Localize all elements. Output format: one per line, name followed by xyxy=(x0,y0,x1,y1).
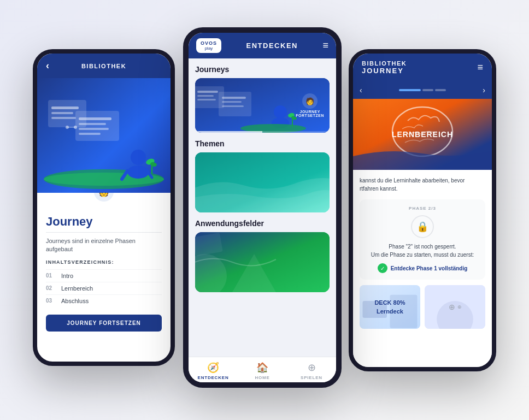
toc-label-1: Intro xyxy=(61,273,73,279)
journey-continue-button[interactable]: JOURNEY FORTSETZEN xyxy=(46,315,162,332)
scene: ‹ BIBLIOTHEK xyxy=(0,0,529,420)
back-button[interactable]: ‹ xyxy=(46,60,49,72)
journeys-section-title: Journeys xyxy=(195,65,330,74)
lern-hero: LERNBEREICH xyxy=(353,99,492,170)
ovos-logo: OVOS play xyxy=(196,38,221,53)
tab-entdecken-icon: 🧭 xyxy=(207,362,219,374)
svg-rect-24 xyxy=(197,95,214,97)
left-phone-header: ‹ BIBLIOTHEK xyxy=(37,54,171,78)
carousel-dots xyxy=(399,89,446,91)
right-header-titles: BIBLIOTHEK JOURNEY xyxy=(362,60,407,75)
toc-item-1: 01 Intro xyxy=(46,269,162,282)
journey-card[interactable]: JOURNEY 🧑 JOURNEYFORTSETZEN xyxy=(195,78,330,133)
right-description: kannst du die Lerninhalte abarbeiten, be… xyxy=(360,176,485,193)
svg-rect-3 xyxy=(51,117,76,119)
journeys-section: Journeys xyxy=(195,65,330,133)
center-phone-header: OVOS play ENTDECKEN ≡ xyxy=(189,33,336,58)
journey-fortsetzen-label: JOURNEYFORTSETZEN xyxy=(296,110,324,117)
journey-progress-bar xyxy=(195,131,330,133)
journey-progress-fill xyxy=(195,131,262,133)
lock-circle: 🔒 xyxy=(411,215,434,238)
toc-label-3: Abschluss xyxy=(61,298,89,304)
left-phone-title: BIBLIOTHEK xyxy=(81,63,126,69)
right-journey-subtitle: JOURNEY xyxy=(362,67,407,75)
demo-card[interactable]: DEMONSTRATION 🧭 ENTDECKEN ⊕ ÜBEN xyxy=(195,152,330,212)
left-hero-illustration xyxy=(37,78,171,193)
left-phone-body: Journey Journeys sind in einzelne Phasen… xyxy=(37,206,171,340)
tab-entdecken[interactable]: 🧭 ENTDECKEN xyxy=(189,357,238,382)
tab-home[interactable]: 🏠 HOME xyxy=(238,357,287,382)
check-icon: ✓ xyxy=(378,263,387,273)
svg-rect-1 xyxy=(51,107,79,109)
phone-left: ‹ BIBLIOTHEK xyxy=(33,49,175,366)
toc-item-2: 02 Lernbereich xyxy=(46,282,162,294)
lerndeck-card-2[interactable]: ⊕ ⊕ xyxy=(425,285,485,329)
svg-rect-27 xyxy=(222,97,246,99)
toc-item-3: 03 Abschluss xyxy=(46,294,162,307)
phase-label: PHASE 2/3 xyxy=(366,206,479,211)
tab-spielen-icon: ⊕ xyxy=(308,362,316,374)
tab-spielen[interactable]: ⊕ SPIELEN xyxy=(287,357,336,382)
svg-rect-2 xyxy=(51,112,73,114)
svg-rect-7 xyxy=(79,128,109,130)
tab-home-icon: 🏠 xyxy=(256,362,268,374)
phase-check-area: ✓ Entdecke Phase 1 vollständig xyxy=(366,263,479,273)
right-phone-body: kannst du die Lerninhalte abarbeiten, be… xyxy=(353,170,492,367)
svg-rect-5 xyxy=(79,117,111,120)
toc-list: 01 Intro 02 Lernbereich 03 Abschluss xyxy=(46,269,162,307)
carousel-prev-arrow[interactable]: ‹ xyxy=(360,86,362,94)
toc-label-2: Lernbereich xyxy=(61,285,93,292)
right-hamburger-icon[interactable]: ≡ xyxy=(477,62,483,73)
center-phone-body[interactable]: Journeys xyxy=(189,58,336,357)
lerndeck-card-1-label: Lerndeck xyxy=(374,308,405,315)
svg-rect-8 xyxy=(79,133,101,135)
phase-section: PHASE 2/3 🔒 Phase "2" ist noch gesperrt.… xyxy=(360,199,485,280)
center-bottom-tabs: 🧭 ENTDECKEN 🏠 HOME ⊕ SPIELEN xyxy=(189,357,336,382)
phase-description: Phase "2" ist noch gesperrt.Um die Phase… xyxy=(366,242,479,259)
lerndeck-pct: DECK 80% xyxy=(374,299,405,306)
carousel-dot-1 xyxy=(399,89,421,91)
svg-point-30 xyxy=(274,105,287,119)
lerndeck-card-2-icon: ⊕ xyxy=(449,303,455,311)
anwendungsfelder-section: Anwendungsfelder xyxy=(195,219,330,292)
tab-entdecken-label: ENTDECKEN xyxy=(198,375,229,380)
center-nav-title: ENTDECKEN xyxy=(246,42,298,50)
carousel-dot-3 xyxy=(435,89,446,91)
journey-divider xyxy=(46,232,162,233)
svg-point-15 xyxy=(127,165,149,179)
hamburger-icon[interactable]: ≡ xyxy=(322,40,328,51)
journey-card-action[interactable]: 🧑 JOURNEYFORTSETZEN xyxy=(296,93,324,117)
phone-right: BIBLIOTHEK JOURNEY ≡ ‹ › xyxy=(349,49,496,371)
svg-rect-29 xyxy=(222,105,244,107)
themen-section-title: Themen xyxy=(195,139,330,148)
right-carousel: ‹ › xyxy=(353,81,492,99)
phase-cta-text: Entdecke Phase 1 vollständig xyxy=(391,265,468,271)
anwendungsfelder-title: Anwendungsfelder xyxy=(195,219,330,228)
lerndeck-card-1[interactable]: DECK 80% Lerndeck xyxy=(360,285,420,329)
toc-num-2: 02 xyxy=(46,285,57,291)
tab-spielen-label: SPIELEN xyxy=(301,375,322,380)
svg-rect-23 xyxy=(197,91,218,93)
lerndeck-row: DECK 80% Lerndeck ⊕ ⊕ xyxy=(360,285,485,329)
lern-badge: LERNBEREICH xyxy=(392,130,453,139)
toc-label: INHALTSVERZEICHNIS: xyxy=(46,259,162,265)
journey-fortsetzen-icon: 🧑 xyxy=(302,93,318,109)
toc-num-3: 03 xyxy=(46,298,57,304)
journey-title: Journey xyxy=(46,215,162,229)
svg-rect-28 xyxy=(222,101,242,103)
right-library-title: BIBLIOTHEK xyxy=(362,60,407,67)
phone-center: OVOS play ENTDECKEN ≡ Journeys xyxy=(183,27,342,388)
svg-point-11 xyxy=(74,126,77,129)
training-bg-shapes xyxy=(195,232,330,292)
toc-num-1: 01 xyxy=(46,273,57,279)
svg-point-10 xyxy=(66,126,69,129)
ovos-logo-text: OVOS xyxy=(201,40,217,46)
training-card[interactable]: TRAINING ON THE JOB 🧭 ENTDECKEN ⊕ ÜBEN xyxy=(195,232,330,292)
carousel-dot-2 xyxy=(422,89,433,91)
svg-rect-25 xyxy=(197,99,216,100)
lerndeck-card-2-icon2: ⊕ xyxy=(457,304,462,310)
journey-description: Journeys sind in einzelne Phasen aufgeba… xyxy=(46,237,162,254)
carousel-next-arrow[interactable]: › xyxy=(483,86,485,94)
right-phone-header: BIBLIOTHEK JOURNEY ≡ xyxy=(353,54,492,81)
svg-point-14 xyxy=(131,150,146,165)
